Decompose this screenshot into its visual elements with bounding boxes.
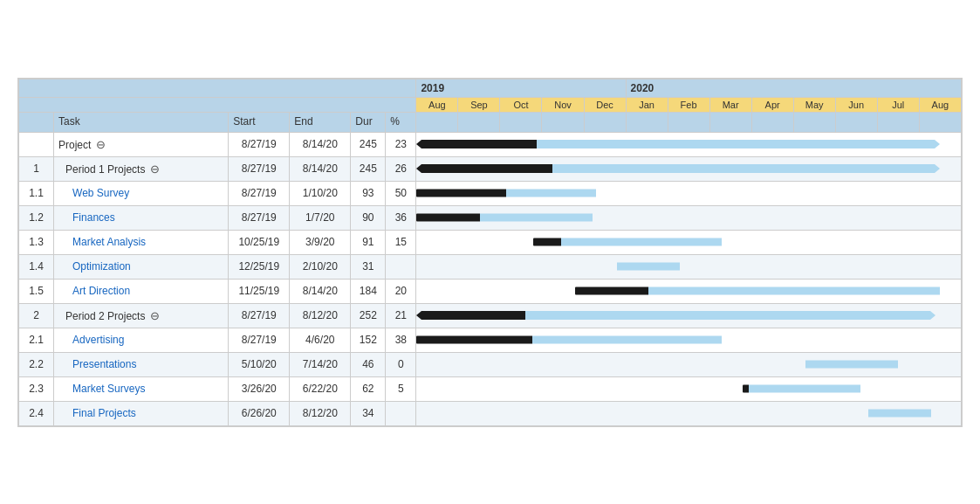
row-task: Project⊖ [54, 132, 229, 156]
row-task[interactable]: Market Surveys [54, 376, 229, 401]
row-start: 5/10/20 [229, 352, 290, 376]
col-header-sep [458, 112, 500, 132]
row-pct: 36 [386, 205, 416, 230]
gantt-cell [416, 401, 962, 425]
col-header-pct: % [386, 112, 416, 132]
gantt-cell [416, 156, 962, 181]
table-row: 2.3Market Surveys3/26/206/22/20625 [19, 376, 962, 401]
row-end: 8/14/20 [290, 156, 351, 181]
row-dur: 245 [351, 156, 386, 181]
col-header-dec [584, 112, 626, 132]
row-num: 1.3 [19, 230, 54, 254]
row-pct: 15 [386, 230, 416, 254]
row-task[interactable]: Advertising [54, 328, 229, 352]
col-header-jun [835, 112, 877, 132]
col-header-num [19, 112, 54, 132]
month-jul: Jul [877, 97, 919, 112]
row-start: 11/25/19 [229, 279, 290, 303]
table-row: 2.1Advertising8/27/194/6/2015238 [19, 328, 962, 352]
row-dur: 91 [351, 230, 386, 254]
table-row: 2Period 2 Projects⊖8/27/198/12/2025221 [19, 303, 962, 328]
row-dur: 152 [351, 328, 386, 352]
col-header-jan [626, 112, 668, 132]
row-end: 7/14/20 [290, 352, 351, 376]
year-2019: 2019 [416, 79, 626, 97]
table-row: 1.1Web Survey8/27/191/10/209350 [19, 181, 962, 205]
month-mar: Mar [709, 97, 751, 112]
col-header-mar [709, 112, 751, 132]
row-num: 2 [19, 303, 54, 328]
row-num: 2.1 [19, 328, 54, 352]
month-nov: Nov [542, 97, 584, 112]
col-header-feb [668, 112, 709, 132]
row-start: 8/27/19 [229, 205, 290, 230]
row-end: 1/7/20 [290, 205, 351, 230]
collapse-icon[interactable]: ⊖ [96, 138, 106, 151]
month-apr: Apr [751, 97, 793, 112]
month-feb: Feb [668, 97, 709, 112]
table-row: 1Period 1 Projects⊖8/27/198/14/2024526 [19, 156, 962, 181]
row-task[interactable]: Art Direction [54, 279, 229, 303]
row-dur: 93 [351, 181, 386, 205]
month-jan: Jan [626, 97, 668, 112]
row-task[interactable]: Finances [54, 205, 229, 230]
table-row: 1.5Art Direction11/25/198/14/2018420 [19, 279, 962, 303]
row-dur: 46 [351, 352, 386, 376]
col-header-oct [500, 112, 542, 132]
row-start: 12/25/19 [229, 254, 290, 279]
row-end: 2/10/20 [290, 254, 351, 279]
col-header-may [793, 112, 835, 132]
header-month-row: Aug Sep Oct Nov Dec Jan Feb Mar Apr May … [19, 97, 962, 112]
row-dur: 90 [351, 205, 386, 230]
gantt-container: 2019 2020 Aug Sep Oct Nov Dec Jan Feb Ma… [17, 78, 963, 427]
row-start: 8/27/19 [229, 328, 290, 352]
gantt-cell [416, 352, 962, 376]
row-dur: 184 [351, 279, 386, 303]
gantt-cell [416, 279, 962, 303]
month-dec: Dec [584, 97, 626, 112]
collapse-icon[interactable]: ⊖ [150, 309, 160, 322]
col-header-end: End [290, 112, 351, 132]
row-start: 8/27/19 [229, 303, 290, 328]
row-task[interactable]: Market Analysis [54, 230, 229, 254]
row-task[interactable]: Final Projects [54, 401, 229, 425]
gantt-cell [416, 328, 962, 352]
row-task: Period 1 Projects⊖ [54, 156, 229, 181]
header-year-row: 2019 2020 [19, 79, 962, 97]
row-task[interactable]: Optimization [54, 254, 229, 279]
row-pct: 21 [386, 303, 416, 328]
row-start: 8/27/19 [229, 156, 290, 181]
col-header-aug20 [919, 112, 961, 132]
row-num: 1.5 [19, 279, 54, 303]
gantt-cell [416, 132, 962, 156]
row-end: 1/10/20 [290, 181, 351, 205]
row-pct [386, 401, 416, 425]
row-dur: 252 [351, 303, 386, 328]
row-pct: 38 [386, 328, 416, 352]
row-task[interactable]: Presentations [54, 352, 229, 376]
row-end: 4/6/20 [290, 328, 351, 352]
row-task[interactable]: Web Survey [54, 181, 229, 205]
row-end: 8/12/20 [290, 401, 351, 425]
col-header-dur: Dur [351, 112, 386, 132]
row-pct: 26 [386, 156, 416, 181]
row-pct: 20 [386, 279, 416, 303]
row-pct: 5 [386, 376, 416, 401]
gantt-cell [416, 205, 962, 230]
row-pct: 23 [386, 132, 416, 156]
collapse-icon[interactable]: ⊖ [150, 162, 160, 176]
row-dur: 62 [351, 376, 386, 401]
row-start: 8/27/19 [229, 132, 290, 156]
month-may: May [793, 97, 835, 112]
month-aug20: Aug [919, 97, 961, 112]
gantt-cell [416, 376, 962, 401]
row-pct: 50 [386, 181, 416, 205]
gantt-cell [416, 254, 962, 279]
row-end: 3/9/20 [290, 230, 351, 254]
table-row: 1.2Finances8/27/191/7/209036 [19, 205, 962, 230]
col-header-jul [877, 112, 919, 132]
row-num: 1.2 [19, 205, 54, 230]
table-row: 2.4Final Projects6/26/208/12/2034 [19, 401, 962, 425]
header-fields-row: Task Start End Dur % [19, 112, 962, 132]
table-row: 1.4Optimization12/25/192/10/2031 [19, 254, 962, 279]
